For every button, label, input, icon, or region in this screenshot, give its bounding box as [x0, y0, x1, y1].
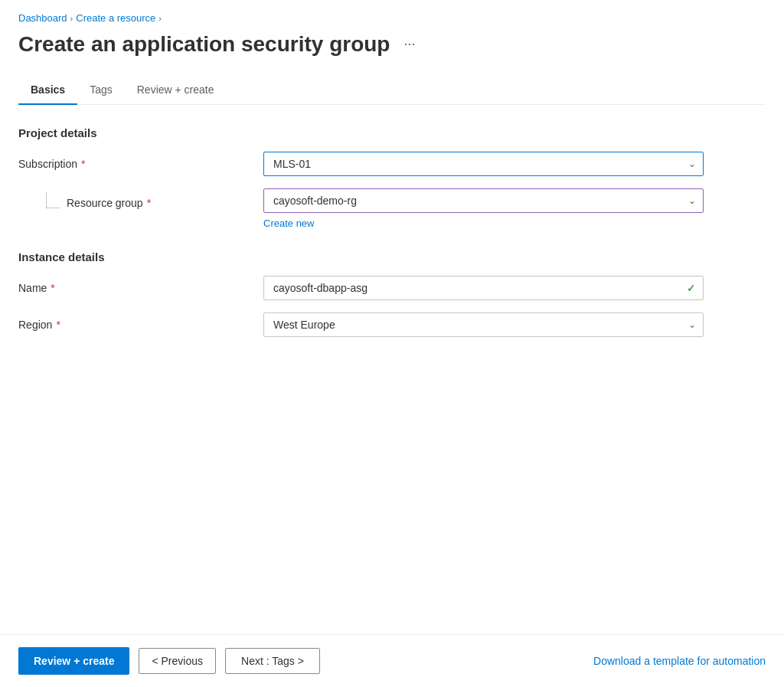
previous-button[interactable]: < Previous [139, 648, 216, 674]
breadcrumb-sep-1: › [70, 14, 74, 23]
name-required: * [51, 282, 54, 294]
name-row: Name * ✓ [18, 276, 766, 300]
page-title: Create an application security group [18, 31, 390, 57]
subscription-control: MLS-01 ⌄ [263, 152, 704, 176]
name-input-wrapper: ✓ [263, 276, 704, 300]
subscription-required: * [81, 158, 85, 170]
review-create-button[interactable]: Review + create [18, 647, 129, 675]
resource-group-row: Resource group * cayosoft-demo-rg ⌄ Crea… [18, 188, 766, 229]
instance-details-title: Instance details [18, 250, 766, 263]
name-label: Name * [18, 276, 263, 294]
project-details-title: Project details [18, 126, 766, 139]
footer: Review + create < Previous Next : Tags >… [0, 634, 784, 687]
name-input[interactable] [263, 276, 704, 300]
region-select-wrapper: West Europe ⌄ [263, 312, 704, 337]
tabs-container: Basics Tags Review + create [18, 76, 766, 105]
resource-group-select-wrapper: cayosoft-demo-rg ⌄ [263, 188, 704, 213]
tab-basics[interactable]: Basics [18, 76, 77, 105]
resource-group-label: Resource group * [18, 188, 263, 211]
region-row: Region * West Europe ⌄ [18, 312, 766, 337]
region-required: * [56, 319, 60, 331]
name-check-icon: ✓ [687, 282, 696, 294]
resource-group-required: * [147, 197, 151, 209]
project-details-section: Project details Subscription * MLS-01 ⌄ … [18, 126, 766, 229]
subscription-select-wrapper: MLS-01 ⌄ [263, 152, 704, 176]
create-new-resource-group-link[interactable]: Create new [263, 218, 314, 229]
breadcrumb-dashboard[interactable]: Dashboard [18, 12, 67, 24]
region-control: West Europe ⌄ [263, 312, 704, 337]
tab-review-create[interactable]: Review + create [125, 76, 227, 105]
region-select[interactable]: West Europe [263, 312, 704, 337]
ellipsis-menu-button[interactable]: ··· [399, 33, 420, 55]
page-title-row: Create an application security group ··· [18, 31, 766, 57]
region-label: Region * [18, 312, 263, 331]
subscription-select[interactable]: MLS-01 [263, 152, 704, 176]
breadcrumb-sep-2: › [158, 14, 162, 23]
tab-tags[interactable]: Tags [77, 76, 125, 105]
subscription-row: Subscription * MLS-01 ⌄ [18, 152, 766, 176]
name-control: ✓ [263, 276, 704, 300]
indent-line-icon [46, 191, 60, 208]
breadcrumb-create-resource[interactable]: Create a resource [76, 12, 155, 24]
subscription-label: Subscription * [18, 152, 263, 170]
resource-group-select[interactable]: cayosoft-demo-rg [263, 188, 704, 213]
resource-group-control: cayosoft-demo-rg ⌄ Create new [263, 188, 704, 229]
breadcrumb: Dashboard › Create a resource › [18, 12, 766, 24]
next-button[interactable]: Next : Tags > [225, 648, 320, 674]
instance-details-section: Instance details Name * ✓ Region * [18, 250, 766, 337]
download-template-link[interactable]: Download a template for automation [593, 655, 766, 667]
